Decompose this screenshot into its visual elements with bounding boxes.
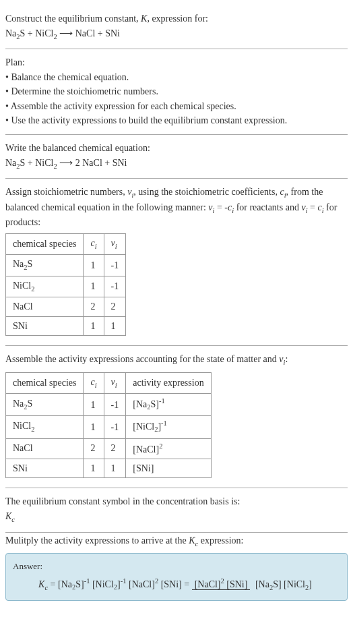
balanced-title: Write the balanced chemical equation: [5, 142, 348, 155]
intro-line1: Construct the equilibrium constant, K, e… [5, 12, 348, 26]
col-species: chemical species [6, 233, 84, 254]
answer-formula: Kc = [Na2S]-1 [NiCl2]-1 [NaCl]2 [SNi] = … [13, 577, 340, 593]
table-row: NiCl2 1 -1 [NiCl2]-1 [6, 416, 212, 438]
plan-section: Plan: • Balance the chemical equation. •… [5, 49, 348, 135]
answer-box: Answer: Kc = [Na2S]-1 [NiCl2]-1 [NaCl]2 … [5, 553, 348, 601]
assemble-text: Assemble the activity expressions accoun… [5, 353, 348, 368]
multiply-text: Mulitply the activity expressions to arr… [5, 534, 348, 549]
col-vi: νi [104, 372, 126, 393]
symbol-line1: The equilibrium constant symbol in the c… [5, 495, 348, 508]
assemble-section: Assemble the activity expressions accoun… [5, 346, 348, 488]
table-row: SNi 1 1 [SNi] [6, 459, 212, 478]
answer-label: Answer: [13, 560, 340, 573]
table-row: Na2S 1 -1 [Na2S]-1 [6, 394, 212, 416]
assign-text: Assign stoichiometric numbers, νi, using… [5, 185, 348, 229]
col-activity: activity expression [126, 372, 211, 393]
assign-section: Assign stoichiometric numbers, νi, using… [5, 179, 348, 346]
balanced-section: Write the balanced chemical equation: Na… [5, 135, 348, 179]
symbol-line2: Kc [5, 510, 348, 525]
plan-item: • Determine the stoichiometric numbers. [5, 85, 348, 98]
col-species: chemical species [6, 372, 84, 393]
table-row: SNi 1 1 [6, 316, 126, 336]
plan-item: • Balance the chemical equation. [5, 71, 348, 84]
table-row: NaCl 2 2 [6, 297, 126, 317]
intro-section: Construct the equilibrium constant, K, e… [5, 5, 348, 49]
plan-title: Plan: [5, 56, 348, 69]
plan-item: • Assemble the activity expression for e… [5, 100, 348, 113]
table-row: NiCl2 1 -1 [6, 276, 126, 297]
plan-item: • Use the activity expressions to build … [5, 114, 348, 127]
stoich-table: chemical species ci νi Na2S 1 -1 NiCl2 1… [5, 233, 126, 336]
col-ci: ci [84, 233, 104, 254]
activity-table: chemical species ci νi activity expressi… [5, 372, 212, 479]
balanced-equation: Na2S + NiCl2 ⟶ 2 NaCl + SNi [5, 156, 348, 171]
col-vi: νi [104, 233, 126, 254]
multiply-section: Mulitply the activity expressions to arr… [5, 534, 348, 601]
table-row: NaCl 2 2 [NaCl]2 [6, 438, 212, 459]
col-ci: ci [84, 372, 104, 393]
symbol-section: The equilibrium constant symbol in the c… [5, 488, 348, 532]
intro-equation: Na2S + NiCl2 ⟶ NaCl + SNi [5, 27, 348, 42]
table-row: Na2S 1 -1 [6, 255, 126, 276]
